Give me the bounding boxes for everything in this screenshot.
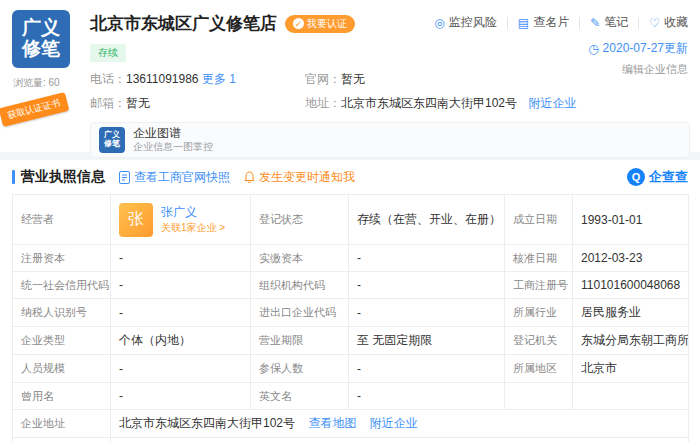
enterprise-graph-icon: 广义修笔	[99, 127, 125, 153]
update-time: ◷ 2020-07-27更新	[434, 40, 688, 57]
heart-icon: ♡	[649, 16, 660, 30]
import-export-code-value: -	[349, 299, 505, 327]
change-notify-link[interactable]: 发生变更时通知我	[244, 169, 355, 186]
phone-row: 电话：13611091986 更多 1	[90, 71, 305, 88]
status-badge: 存续	[90, 44, 126, 62]
credit-code-value: -	[111, 272, 251, 299]
nearby-companies-link-2[interactable]: 附近企业	[370, 416, 418, 430]
operator-name-link[interactable]: 张广义	[161, 204, 225, 221]
check-icon: ✓	[293, 18, 304, 29]
company-address-label: 企业地址	[13, 410, 111, 438]
taxpayer-id-label: 纳税人识别号	[13, 299, 111, 327]
official-snapshot-link[interactable]: 查看工商官网快照	[119, 169, 230, 186]
qichacha-brand: Q 企查查	[627, 168, 688, 186]
empty-value	[573, 383, 689, 410]
company-header: 广义 修笔 浏览量: 60 获取认证证书 北京市东城区广义修笔店 ✓ 我要认证 …	[0, 0, 700, 152]
bell-icon	[244, 171, 255, 183]
reg-number-value: 110101600048068	[573, 272, 689, 299]
reg-status-value: 存续（在营、开业、在册）	[349, 195, 505, 245]
company-logo-line2: 修笔	[22, 39, 60, 60]
establish-date-value: 1993-01-01	[573, 195, 689, 245]
qichacha-brand-name: 企查查	[649, 168, 688, 186]
business-term-label: 营业期限	[251, 327, 349, 355]
table-row: 注册资本 - 实缴资本 - 核准日期 2012-03-23	[13, 245, 689, 272]
operator-avatar: 张	[119, 203, 153, 237]
table-row: 经营者 张 张广义 关联1家企业 > 登记状态 存续（在营、开业、在册） 成立日…	[13, 195, 689, 245]
reg-authority-value: 东城分局东朝工商所	[573, 327, 689, 355]
enterprise-graph-card[interactable]: 广义修笔 企业图谱 企业信息一图掌控	[90, 122, 690, 158]
phone-label: 电话：	[90, 72, 126, 86]
monitor-icon: ◎	[434, 16, 444, 30]
get-certificate-button[interactable]: 获取认证证书	[0, 92, 69, 127]
industry-value: 居民服务业	[573, 299, 689, 327]
monitor-risk-label: 监控风险	[449, 14, 497, 31]
former-name-value: -	[111, 383, 251, 410]
business-scope-label: 经营范围	[13, 438, 111, 442]
enterprise-graph-subtitle: 企业信息一图掌控	[133, 141, 213, 154]
org-code-value: -	[349, 272, 505, 299]
english-name-value: -	[349, 383, 505, 410]
table-row: 经营范围 修理钢笔；零售文化用品。	[13, 438, 689, 442]
clock-icon: ◷	[588, 42, 598, 56]
email-row: 邮箱：暂无	[90, 95, 305, 112]
address-value: 北京市东城区东四南大街甲102号	[341, 96, 517, 110]
table-row: 人员规模 - 参保人数 - 所属地区 北京市	[13, 355, 689, 383]
table-row: 企业类型 个体（内地） 营业期限 至 无固定期限 登记机关 东城分局东朝工商所	[13, 327, 689, 355]
company-address-cell: 北京市东城区东四南大街甲102号 查看地图 附近企业	[111, 410, 689, 438]
divider	[638, 17, 639, 29]
view-map-link[interactable]: 查看地图	[308, 416, 356, 430]
operator-label: 经营者	[13, 195, 111, 245]
license-table: 经营者 张 张广义 关联1家企业 > 登记状态 存续（在营、开业、在册） 成立日…	[12, 194, 689, 442]
divider	[507, 17, 508, 29]
staff-size-label: 人员规模	[13, 355, 111, 383]
nearby-companies-link[interactable]: 附近企业	[528, 96, 576, 110]
credit-code-label: 统一社会信用代码	[13, 272, 111, 299]
enterprise-graph-title: 企业图谱	[133, 126, 213, 141]
reg-capital-value: -	[111, 245, 251, 272]
section-title: 营业执照信息	[21, 168, 105, 186]
card-icon: ▤	[518, 16, 529, 30]
reg-capital-label: 注册资本	[13, 245, 111, 272]
company-type-value: 个体（内地）	[111, 327, 251, 355]
phone-more-link[interactable]: 更多 1	[202, 72, 236, 86]
business-card-label: 查名片	[533, 14, 569, 31]
taxpayer-id-value: -	[111, 299, 251, 327]
view-count: 浏览量: 60	[13, 76, 60, 90]
paid-capital-label: 实缴资本	[251, 245, 349, 272]
approve-date-label: 核准日期	[505, 245, 573, 272]
favorite-label: 收藏	[664, 14, 688, 31]
insured-count-label: 参保人数	[251, 355, 349, 383]
region-label: 所属地区	[505, 355, 573, 383]
address-row: 地址：北京市东城区东四南大街甲102号 附近企业	[305, 95, 690, 112]
industry-label: 所属行业	[505, 299, 573, 327]
company-address-value: 北京市东城区东四南大街甲102号	[119, 416, 295, 430]
company-info-grid: 电话：13611091986 更多 1 官网：暂无 邮箱：暂无 地址：北京市东城…	[90, 71, 690, 112]
business-card-button[interactable]: ▤ 查名片	[518, 14, 569, 31]
edit-company-info-link[interactable]: 编辑企业信息	[622, 62, 688, 77]
company-type-label: 企业类型	[13, 327, 111, 355]
region-value: 北京市	[573, 355, 689, 383]
divider	[579, 17, 580, 29]
certify-badge-label: 我要认证	[307, 17, 347, 31]
note-icon: ✎	[590, 16, 600, 30]
company-logo: 广义 修笔	[12, 10, 70, 68]
table-row: 曾用名 - 英文名 -	[13, 383, 689, 410]
english-name-label: 英文名	[251, 383, 349, 410]
certify-badge[interactable]: ✓ 我要认证	[285, 15, 355, 33]
website-label: 官网：	[305, 72, 341, 86]
address-label: 地址：	[305, 96, 341, 110]
establish-date-label: 成立日期	[505, 195, 573, 245]
website-value: 暂无	[341, 72, 365, 86]
monitor-risk-button[interactable]: ◎ 监控风险	[434, 14, 496, 31]
business-term-value: 至 无固定期限	[349, 327, 505, 355]
favorite-button[interactable]: ♡ 收藏	[649, 14, 688, 31]
page-title: 北京市东城区广义修笔店	[90, 12, 277, 35]
email-label: 邮箱：	[90, 96, 126, 110]
former-name-label: 曾用名	[13, 383, 111, 410]
business-license-section: 营业执照信息 查看工商官网快照 发生变更时通知我 Q 企查查 经营者 张 张广义	[0, 160, 700, 442]
note-button[interactable]: ✎ 笔记	[590, 14, 628, 31]
section-accent-bar	[12, 170, 15, 184]
related-companies-link[interactable]: 关联1家企业 >	[161, 221, 225, 235]
note-label: 笔记	[604, 14, 628, 31]
phone-value: 13611091986	[126, 72, 199, 86]
